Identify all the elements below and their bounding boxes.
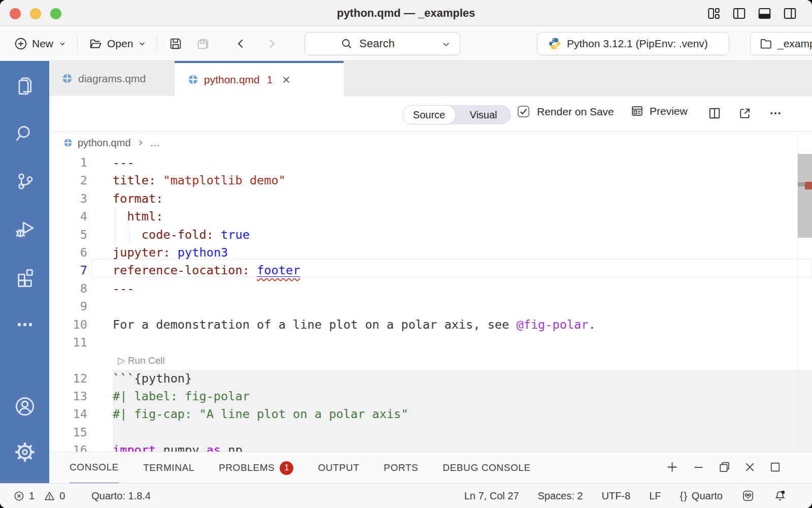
chevron-right-icon <box>137 139 144 146</box>
code-line[interactable]: 11 <box>49 334 812 352</box>
workspace-selector[interactable]: _examples <box>750 32 812 55</box>
tab-python-qmd[interactable]: python.qmd 1 <box>175 61 344 96</box>
toggle-left-sidebar-icon[interactable] <box>732 7 746 20</box>
chevron-right-icon <box>265 37 278 50</box>
save-all-button[interactable] <box>196 37 210 51</box>
panel-tab-debug-console[interactable]: DEBUG CONSOLE <box>443 452 531 484</box>
code-line[interactable]: 5 code-fold: true <box>49 226 812 244</box>
panel-maximize-button[interactable] <box>769 461 782 475</box>
sidebar-item-explorer[interactable] <box>0 62 49 110</box>
sidebar-item-extensions[interactable] <box>0 253 49 301</box>
quarto-file-icon <box>62 73 73 84</box>
more-ellipsis-icon <box>769 107 782 120</box>
code-line[interactable]: 10For a demonstration of a line plot on … <box>49 316 812 334</box>
line-number: 16 <box>49 441 87 452</box>
quarto-version-status[interactable]: Quarto: 1.8.4 <box>91 490 151 502</box>
chevron-left-icon <box>234 37 248 50</box>
indentation-status[interactable]: Spaces: 2 <box>538 490 583 502</box>
feedback-button[interactable] <box>741 489 755 502</box>
code-line[interactable]: 15 <box>49 424 812 441</box>
code-line[interactable]: 3format: <box>49 190 812 208</box>
close-tab-button[interactable] <box>281 75 291 85</box>
visual-mode-button[interactable]: Visual <box>456 109 511 121</box>
interpreter-selector[interactable]: Python 3.12.1 (PipEnv: .venv) <box>537 32 729 55</box>
sidebar-item-more[interactable] <box>0 301 49 348</box>
split-editor-button[interactable] <box>708 107 721 122</box>
render-on-save-checkbox[interactable]: Render on Save <box>517 105 614 118</box>
preview-button[interactable]: Preview <box>631 105 688 117</box>
code-line[interactable]: 4 html: <box>49 208 812 226</box>
navigate-forward-button[interactable] <box>265 37 278 50</box>
fold-gutter <box>87 208 113 226</box>
warning-triangle-icon <box>44 490 55 502</box>
encoding-status[interactable]: UTF-8 <box>601 490 630 502</box>
panel-tab-console[interactable]: CONSOLE <box>70 452 119 484</box>
panel-close-button[interactable] <box>743 461 756 475</box>
panel-tab-problems[interactable]: PROBLEMS1 <box>219 452 293 484</box>
fold-gutter <box>87 244 113 262</box>
breadcrumb[interactable]: python.qmd … <box>49 132 812 154</box>
fold-gutter <box>87 334 113 352</box>
code-line[interactable]: 12```{python} <box>49 370 812 388</box>
navigate-back-button[interactable] <box>234 37 248 50</box>
panel-minimize-button[interactable] <box>692 460 705 476</box>
cursor-position-status[interactable]: Ln 7, Col 27 <box>464 490 519 502</box>
customize-layout-icon[interactable] <box>707 7 721 20</box>
breadcrumb-file[interactable]: python.qmd <box>78 137 131 149</box>
fold-gutter <box>87 424 113 441</box>
source-mode-button[interactable]: Source <box>402 105 456 124</box>
code-editor[interactable]: python.qmd … 1---2title: "matplotlib dem… <box>49 132 812 452</box>
code-line[interactable]: 13#| label: fig-polar <box>49 388 812 405</box>
search-input[interactable]: Search <box>304 32 460 55</box>
panel-restore-button[interactable] <box>718 461 731 475</box>
code-line[interactable]: 6jupyter: python3 <box>49 244 812 262</box>
fold-gutter <box>87 388 113 405</box>
language-mode-status[interactable]: {}Quarto <box>680 490 723 502</box>
source-visual-toggle: Source Visual <box>402 105 511 124</box>
code-text: format: <box>113 190 812 208</box>
breadcrumb-more[interactable]: … <box>150 137 160 149</box>
code-text: title: "matplotlib demo" <box>113 172 812 189</box>
code-line[interactable]: 2title: "matplotlib demo" <box>49 172 812 189</box>
panel-add-button[interactable] <box>665 460 679 476</box>
run-cell-button[interactable]: ▷ Run Cell <box>49 352 812 369</box>
code-line[interactable]: 16import numpy as np <box>49 441 812 452</box>
problems-status[interactable]: 1 0 <box>13 490 65 502</box>
search-icon <box>341 38 353 50</box>
sidebar-item-settings[interactable] <box>0 429 49 475</box>
new-button[interactable]: New <box>14 37 66 50</box>
sidebar-item-search[interactable] <box>0 110 49 157</box>
code-line[interactable]: 14#| fig-cap: "A line plot on a polar ax… <box>49 405 812 423</box>
code-line[interactable]: 1--- <box>49 154 812 172</box>
line-number: 9 <box>49 298 87 315</box>
scrollbar-thumb[interactable] <box>798 154 812 238</box>
toggle-bottom-panel-icon[interactable] <box>758 7 771 20</box>
panel-tab-ports[interactable]: PORTS <box>384 452 418 484</box>
fold-gutter <box>87 190 113 208</box>
tab-diagrams-qmd[interactable]: diagrams.qmd <box>49 61 175 96</box>
checkbox-checked-icon <box>517 105 530 118</box>
open-external-button[interactable] <box>738 107 752 122</box>
fold-gutter <box>87 370 113 388</box>
sidebar-item-source-control[interactable] <box>0 157 49 205</box>
save-all-icon <box>196 37 210 51</box>
close-icon <box>281 75 291 85</box>
code-line[interactable]: 7reference-location: footer <box>49 262 812 279</box>
sidebar-item-account[interactable] <box>0 384 49 429</box>
sidebar-item-run-debug[interactable] <box>0 205 49 253</box>
toggle-right-sidebar-icon[interactable] <box>783 7 797 20</box>
code-line[interactable]: 8--- <box>49 280 812 298</box>
more-actions-button[interactable] <box>769 107 782 122</box>
code-text: --- <box>113 154 812 172</box>
panel-tab-output[interactable]: OUTPUT <box>318 452 359 484</box>
eol-status[interactable]: LF <box>649 490 661 502</box>
code-line[interactable]: 9 <box>49 298 812 315</box>
tab-problem-count: 1 <box>267 74 273 86</box>
open-button[interactable]: Open <box>89 37 146 51</box>
search-icon <box>14 122 36 145</box>
run-debug-icon <box>13 217 37 241</box>
panel-tab-terminal[interactable]: TERMINAL <box>143 452 194 484</box>
notifications-button[interactable] <box>773 489 787 502</box>
code-text: code-fold: true <box>113 226 812 244</box>
save-button[interactable] <box>168 37 183 51</box>
